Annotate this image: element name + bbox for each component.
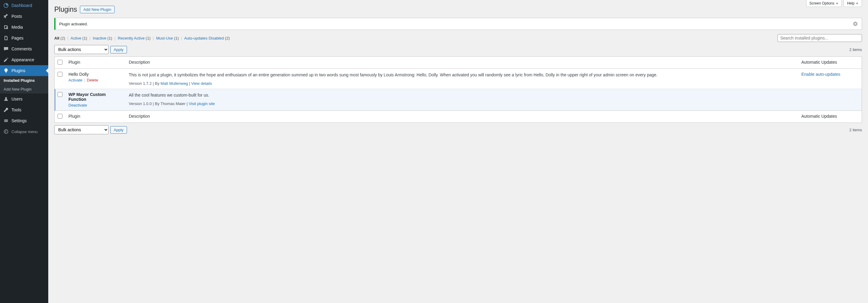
filter-links: All (2) | Active (1) | Inactive (1) | Re… — [54, 36, 230, 40]
help-tab[interactable]: Help ▼ — [843, 0, 862, 7]
pin-icon — [3, 13, 9, 19]
sidebar-item-comments[interactable]: Comments — [0, 43, 48, 54]
select-all-top[interactable] — [58, 60, 62, 65]
comments-icon — [3, 46, 9, 52]
media-icon — [3, 24, 9, 30]
sidebar-item-label: Users — [11, 97, 23, 101]
bulk-actions-select-bottom[interactable]: Bulk actions — [54, 125, 108, 134]
dismiss-icon[interactable] — [852, 21, 858, 27]
plugin-meta: Version 1.0.0 | By Thomas Maier | Visit … — [129, 101, 795, 106]
filter-all-count: (2) — [60, 36, 65, 40]
collapse-menu[interactable]: Collapse menu — [0, 126, 48, 137]
sidebar-item-label: Appearance — [11, 57, 34, 62]
filter-all[interactable]: All — [54, 36, 59, 40]
sidebar-item-appearance[interactable]: Appearance — [0, 54, 48, 65]
help-label: Help — [847, 1, 855, 5]
bulk-actions-select[interactable]: Bulk actions — [54, 45, 108, 54]
filter-active[interactable]: Active — [70, 36, 81, 40]
users-icon — [3, 96, 9, 102]
plugin-checkbox[interactable] — [58, 92, 62, 97]
page-header: Plugins Add New Plugin — [54, 0, 862, 13]
row-actions: Deactivate — [68, 103, 123, 108]
sidebar-item-dashboard[interactable]: Dashboard — [0, 0, 48, 11]
sidebar-item-label: Plugins — [11, 68, 25, 73]
pages-icon — [3, 35, 9, 41]
sidebar-item-media[interactable]: Media — [0, 22, 48, 33]
view-details-link[interactable]: View details — [191, 81, 212, 86]
sidebar-item-plugins[interactable]: Plugins — [0, 65, 48, 76]
appearance-icon — [3, 57, 9, 63]
item-count-bottom: 2 items — [849, 128, 862, 132]
sidebar-item-pages[interactable]: Pages — [0, 33, 48, 43]
apply-button-bottom[interactable]: Apply — [111, 126, 127, 134]
item-count-top: 2 items — [849, 48, 862, 52]
sidebar-item-label: Dashboard — [11, 3, 32, 8]
filter-must-use[interactable]: Must-Use — [156, 36, 173, 40]
plugin-row: Hello Dolly Activate | Delete This is no… — [55, 69, 862, 89]
bulk-actions-bottom: Bulk actions Apply 2 items — [54, 125, 862, 134]
author-link[interactable]: Matt Mullenweg — [160, 81, 188, 86]
sidebar-item-label: Settings — [11, 118, 27, 123]
sidebar-item-tools[interactable]: Tools — [0, 104, 48, 115]
plugin-name: WP Mayor Custom Function — [68, 92, 123, 102]
notice-success: Plugin activated. — [54, 18, 862, 30]
bulk-actions-top: Bulk actions Apply 2 items — [54, 45, 862, 54]
select-all-bottom[interactable] — [58, 114, 62, 119]
plugin-name: Hello Dolly — [68, 72, 123, 77]
svg-point-0 — [4, 130, 8, 134]
col-auto-updates-foot[interactable]: Automatic Updates — [798, 111, 862, 123]
col-description-foot[interactable]: Description — [126, 111, 798, 123]
filter-must-use-count: (1) — [174, 36, 179, 40]
sidebar-item-posts[interactable]: Posts — [0, 11, 48, 22]
col-auto-updates[interactable]: Automatic Updates — [798, 57, 862, 69]
plugin-meta: Version 1.7.2 | By Matt Mullenweg | View… — [129, 81, 795, 86]
col-description[interactable]: Description — [126, 57, 798, 69]
sidebar-item-settings[interactable]: Settings — [0, 115, 48, 126]
top-tabs: Screen Options ▼ Help ▼ — [806, 0, 862, 7]
sidebar-item-label: Pages — [11, 36, 24, 40]
activate-link[interactable]: Activate — [68, 78, 82, 82]
filter-row: All (2) | Active (1) | Inactive (1) | Re… — [54, 34, 862, 42]
filter-auto-dis-count: (2) — [225, 36, 230, 40]
sidebar-item-users[interactable]: Users — [0, 94, 48, 104]
plugin-description: This is not just a plugin, it symbolizes… — [129, 72, 795, 78]
tools-icon — [3, 107, 9, 113]
dashboard-icon — [3, 2, 9, 8]
filter-inactive[interactable]: Inactive — [93, 36, 106, 40]
filter-recent-count: (1) — [146, 36, 151, 40]
search-plugins-input[interactable] — [777, 34, 862, 42]
screen-options-label: Screen Options — [809, 1, 835, 5]
deactivate-link[interactable]: Deactivate — [68, 103, 87, 108]
plugin-description: All the cool features we custom-built fo… — [129, 92, 795, 98]
submenu-installed-plugins[interactable]: Installed Plugins — [0, 76, 48, 85]
filter-active-count: (1) — [82, 36, 87, 40]
sidebar-item-label: Posts — [11, 14, 22, 19]
collapse-icon — [3, 128, 9, 134]
sidebar-item-label: Comments — [11, 47, 32, 51]
chevron-down-icon: ▼ — [856, 2, 859, 5]
plugin-checkbox[interactable] — [58, 72, 62, 77]
sidebar-item-label: Media — [11, 25, 23, 30]
main-content: Screen Options ▼ Help ▼ Plugins Add New … — [48, 0, 868, 303]
page-title: Plugins — [54, 5, 77, 13]
submenu-add-new-plugin[interactable]: Add New Plugin — [0, 85, 48, 94]
filter-recently-active[interactable]: Recently Active — [118, 36, 145, 40]
col-plugin[interactable]: Plugin — [65, 57, 126, 69]
visit-plugin-site-link[interactable]: Visit plugin site — [189, 101, 215, 106]
screen-options-tab[interactable]: Screen Options ▼ — [806, 0, 842, 7]
filter-inactive-count: (1) — [107, 36, 112, 40]
chevron-down-icon: ▼ — [836, 2, 839, 5]
apply-button[interactable]: Apply — [111, 46, 127, 53]
add-new-plugin-button[interactable]: Add New Plugin — [80, 6, 115, 13]
col-plugin-foot[interactable]: Plugin — [65, 111, 126, 123]
plugins-submenu: Installed Plugins Add New Plugin — [0, 76, 48, 94]
collapse-label: Collapse menu — [11, 129, 38, 134]
notice-text: Plugin activated. — [59, 22, 88, 26]
delete-link[interactable]: Delete — [87, 78, 98, 82]
row-actions: Activate | Delete — [68, 78, 123, 82]
plugins-icon — [3, 68, 9, 73]
admin-sidebar: Dashboard Posts Media Pages Comments App… — [0, 0, 48, 303]
enable-auto-updates-link[interactable]: Enable auto-updates — [801, 72, 840, 77]
sidebar-item-label: Tools — [11, 108, 22, 112]
filter-auto-updates-disabled[interactable]: Auto-updates Disabled — [184, 36, 224, 40]
